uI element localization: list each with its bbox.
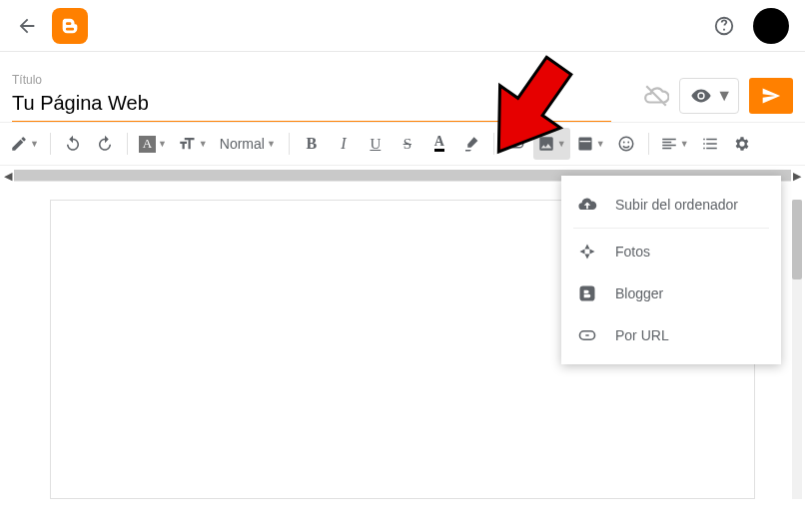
cloud-off-icon bbox=[643, 83, 669, 109]
post-title-input[interactable] bbox=[12, 89, 611, 122]
paragraph-style-label: Normal bbox=[220, 136, 265, 152]
highlighter-icon bbox=[462, 135, 480, 153]
editor-toolbar: ▼ A ▼ ▼ Normal ▼ B I U S A ▼ ▼ ▼ bbox=[0, 122, 805, 166]
cloud-upload-icon bbox=[577, 195, 597, 215]
menu-separator bbox=[573, 228, 769, 229]
top-bar bbox=[0, 0, 805, 52]
blogger-logo bbox=[52, 8, 88, 44]
font-size-button[interactable]: ▼ bbox=[173, 128, 212, 160]
caret-down-icon: ▼ bbox=[199, 139, 208, 149]
text-color-icon: A bbox=[434, 136, 444, 152]
align-left-icon bbox=[660, 135, 678, 153]
undo-button[interactable] bbox=[58, 128, 88, 160]
send-icon bbox=[761, 86, 781, 106]
separator bbox=[127, 133, 128, 155]
caret-down-icon: ▼ bbox=[596, 139, 605, 149]
strikethrough-icon: S bbox=[403, 136, 411, 153]
photos-pinwheel-icon bbox=[577, 242, 597, 262]
insert-image-menu: Subir del ordenador Fotos Blogger Por UR… bbox=[561, 176, 781, 364]
font-icon: A bbox=[139, 136, 156, 153]
font-family-button[interactable]: A ▼ bbox=[135, 128, 171, 160]
bold-button[interactable]: B bbox=[297, 128, 327, 160]
menu-item-label: Blogger bbox=[615, 285, 663, 301]
separator bbox=[648, 133, 649, 155]
insert-emoji-button[interactable] bbox=[611, 128, 641, 160]
ruler-right-arrow-icon[interactable]: ▶ bbox=[793, 170, 801, 183]
underline-icon: U bbox=[370, 136, 381, 153]
caret-down-icon: ▼ bbox=[30, 139, 39, 149]
video-icon bbox=[576, 135, 594, 153]
eye-icon bbox=[690, 85, 712, 107]
separator bbox=[493, 133, 494, 155]
insert-video-button[interactable]: ▼ bbox=[572, 128, 609, 160]
italic-icon: I bbox=[341, 135, 346, 153]
insert-image-button[interactable]: ▼ bbox=[533, 128, 570, 160]
caret-down-icon: ▼ bbox=[716, 87, 732, 105]
link-icon bbox=[577, 325, 597, 345]
link-icon bbox=[507, 135, 525, 153]
caret-down-icon: ▼ bbox=[557, 139, 566, 149]
caret-down-icon: ▼ bbox=[158, 139, 167, 149]
scrollbar-thumb[interactable] bbox=[792, 200, 802, 279]
scrollbar-vertical[interactable] bbox=[792, 200, 802, 499]
blogger-icon bbox=[577, 283, 597, 303]
list-button[interactable] bbox=[695, 128, 725, 160]
separator bbox=[50, 133, 51, 155]
image-icon bbox=[537, 135, 555, 153]
gear-icon bbox=[733, 135, 751, 153]
emoji-icon bbox=[617, 135, 635, 153]
svg-point-2 bbox=[619, 137, 633, 151]
caret-down-icon: ▼ bbox=[267, 139, 276, 149]
ruler-left-arrow-icon[interactable]: ◀ bbox=[4, 170, 12, 183]
menu-item-label: Subir del ordenador bbox=[615, 197, 738, 213]
back-button[interactable] bbox=[16, 15, 38, 37]
list-icon bbox=[701, 135, 719, 153]
bold-icon: B bbox=[306, 135, 317, 153]
menu-item-upload[interactable]: Subir del ordenador bbox=[561, 184, 781, 226]
svg-point-3 bbox=[623, 142, 625, 144]
text-color-button[interactable]: A bbox=[424, 128, 454, 160]
align-button[interactable]: ▼ bbox=[656, 128, 693, 160]
svg-point-4 bbox=[627, 142, 629, 144]
user-avatar[interactable] bbox=[753, 8, 789, 44]
redo-icon bbox=[96, 135, 114, 153]
settings-button[interactable] bbox=[727, 128, 757, 160]
menu-item-label: Por URL bbox=[615, 327, 669, 343]
menu-item-blogger[interactable]: Blogger bbox=[561, 272, 781, 314]
help-button[interactable] bbox=[713, 15, 735, 37]
highlight-button[interactable] bbox=[456, 128, 486, 160]
undo-icon bbox=[64, 135, 82, 153]
title-row: Título ▼ bbox=[0, 52, 805, 122]
redo-button[interactable] bbox=[90, 128, 120, 160]
preview-button[interactable]: ▼ bbox=[679, 78, 739, 114]
compose-mode-button[interactable]: ▼ bbox=[6, 128, 43, 160]
underline-button[interactable]: U bbox=[361, 128, 391, 160]
menu-item-photos[interactable]: Fotos bbox=[561, 231, 781, 272]
publish-button[interactable] bbox=[749, 78, 793, 114]
menu-item-url[interactable]: Por URL bbox=[561, 314, 781, 356]
title-label: Título bbox=[12, 73, 611, 87]
insert-link-button[interactable] bbox=[501, 128, 531, 160]
paragraph-style-button[interactable]: Normal ▼ bbox=[214, 128, 282, 160]
separator bbox=[289, 133, 290, 155]
menu-item-label: Fotos bbox=[615, 244, 650, 260]
strikethrough-button[interactable]: S bbox=[393, 128, 422, 160]
italic-button[interactable]: I bbox=[329, 128, 359, 160]
text-size-icon bbox=[177, 135, 197, 153]
pencil-icon bbox=[10, 135, 28, 153]
caret-down-icon: ▼ bbox=[680, 139, 689, 149]
